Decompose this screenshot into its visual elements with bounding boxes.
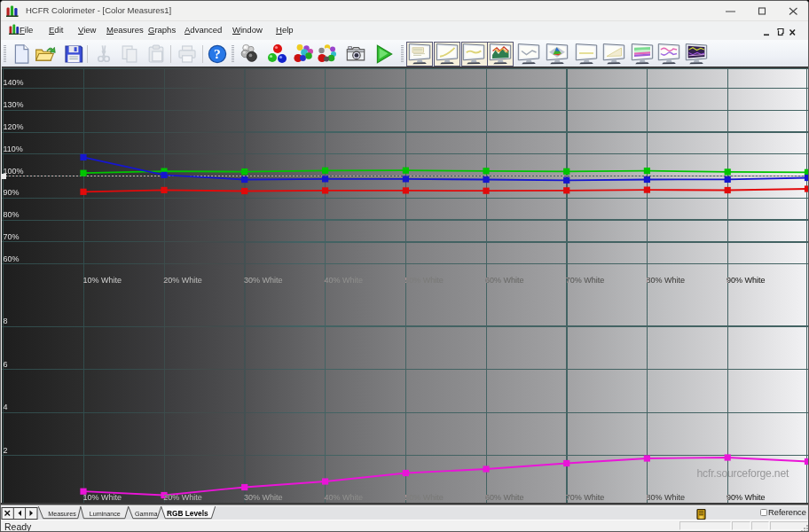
svg-text:Gamma: Gamma: [135, 510, 158, 518]
svg-text:RGB Levels: RGB Levels: [167, 509, 208, 518]
svg-text:Measures: Measures: [48, 510, 76, 518]
svg-text:?: ?: [214, 46, 221, 61]
svg-text:Luminance: Luminance: [90, 510, 121, 518]
